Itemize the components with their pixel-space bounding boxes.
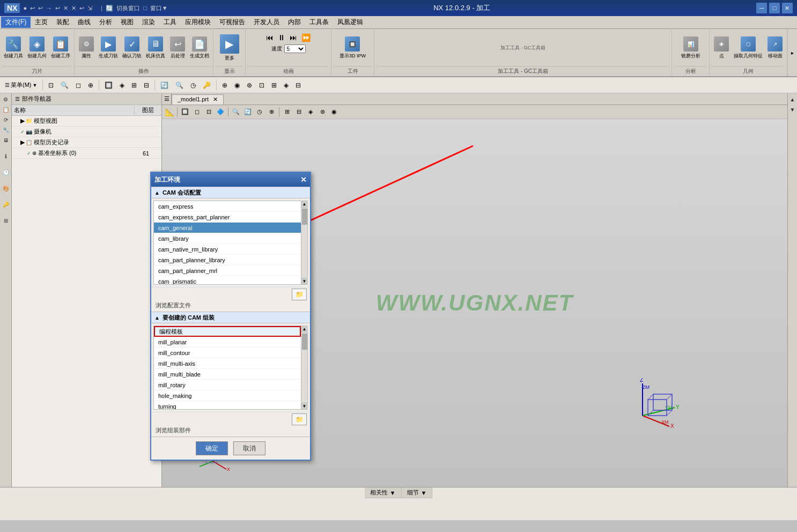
- cam-session-item-part-lib[interactable]: cam_part_planner_library: [154, 255, 301, 265]
- t2-icon3[interactable]: ◻: [73, 79, 84, 91]
- vp-btn-7[interactable]: 🔄: [242, 107, 253, 117]
- cancel-button[interactable]: 取消: [233, 441, 265, 455]
- vp-btn-6[interactable]: 🔍: [231, 107, 241, 117]
- cam-assembly-item-multi-blade[interactable]: mill_multi_blade: [154, 369, 301, 380]
- t2-icon16[interactable]: ⊡: [256, 79, 267, 91]
- viewport-menu-btn[interactable]: ☰: [162, 93, 172, 105]
- vp-btn-3[interactable]: ◻: [191, 107, 202, 117]
- nav-item-datum-cs[interactable]: ✓ ⊕ 基准坐标系 (0) 61: [12, 148, 161, 159]
- sb-icon-nav[interactable]: 📋: [1, 105, 11, 114]
- scroll-up[interactable]: ▲: [301, 201, 308, 208]
- t2-icon7[interactable]: ⊞: [129, 79, 139, 91]
- close-btn[interactable]: ✕: [782, 3, 793, 13]
- sb-icon-color[interactable]: 🎨: [1, 183, 11, 193]
- menu-item-phoenix[interactable]: 凤凰逻辑: [333, 17, 367, 28]
- menu-item-home[interactable]: 主页: [31, 17, 52, 28]
- vp-btn-2[interactable]: 🔲: [180, 107, 190, 117]
- sb-icon-key[interactable]: 🔑: [1, 200, 11, 209]
- create-op-btn[interactable]: 📋 创建工序: [49, 35, 72, 61]
- vp-btn-13[interactable]: ⊛: [317, 107, 328, 117]
- menu-item-tools[interactable]: 工具: [159, 17, 181, 28]
- scroll-up2[interactable]: ▲: [301, 326, 308, 332]
- rt-icon1[interactable]: ▲: [788, 94, 798, 104]
- sb-icon-machine[interactable]: 🖥: [1, 135, 11, 145]
- attr-btn[interactable]: ⚙ 属性: [77, 35, 96, 61]
- nav-menu-icon[interactable]: ☰: [15, 96, 20, 102]
- menu-dropdown-btn[interactable]: ☰ 菜单(M) ▼: [2, 79, 40, 91]
- menu-item-assembly[interactable]: 装配: [52, 17, 73, 28]
- show-3d-ipw-btn[interactable]: 🔲 显示3D IPW: [338, 35, 367, 61]
- gen-doc-btn[interactable]: 📄 生成文档: [188, 35, 211, 61]
- vp-btn-8[interactable]: ◷: [254, 107, 265, 117]
- t2-icon10[interactable]: 🔍: [173, 79, 186, 91]
- nav-item-model-view[interactable]: ▶ 📁 模型视图: [12, 116, 161, 127]
- vp-btn-10[interactable]: ⊞: [282, 107, 292, 117]
- create-geo-btn[interactable]: ◈ 创建几何: [26, 35, 48, 61]
- sb-icon-info[interactable]: ℹ: [1, 151, 11, 161]
- t2-icon13[interactable]: ⊕: [219, 79, 230, 91]
- speed-select[interactable]: 5 1 2 3 10: [284, 45, 306, 53]
- cam-session-item-library[interactable]: cam_library: [154, 233, 301, 244]
- menu-item-view[interactable]: 视图: [116, 17, 138, 28]
- cam-session-scrollbar[interactable]: ▲ ▼: [301, 201, 307, 284]
- sb-icon-settings[interactable]: ⚙: [1, 94, 11, 104]
- scroll-down2[interactable]: ▼: [301, 403, 308, 409]
- t2-icon9[interactable]: 🔄: [158, 79, 171, 91]
- menu-item-visreport[interactable]: 可视报告: [215, 17, 249, 28]
- t2-icon19[interactable]: ⊟: [293, 79, 304, 91]
- anim-prev-btn[interactable]: ⏸: [276, 32, 287, 43]
- cam-assembly-scrollbar[interactable]: ▲ ▼: [301, 326, 307, 409]
- menu-item-toolbar[interactable]: 工具条: [305, 17, 333, 28]
- mill-analysis-btn[interactable]: 📊 铣磨分析: [680, 35, 702, 61]
- point-btn[interactable]: ✚ 点: [712, 35, 731, 61]
- postprocess-btn[interactable]: ↩ 后处理: [168, 35, 187, 61]
- vp-btn-9[interactable]: ⊕: [266, 107, 277, 117]
- cam-assembly-item-contour[interactable]: mill_contour: [154, 348, 301, 358]
- gen-toolpath-btn[interactable]: ▶ 生成刀轨: [97, 35, 120, 61]
- nav-item-camera[interactable]: ✓ 📷 摄像机: [12, 127, 161, 137]
- cam-assembly-item-planar[interactable]: mill_planar: [154, 337, 301, 348]
- vp-btn-12[interactable]: ◈: [305, 107, 316, 117]
- cam-assembly-item-hole[interactable]: hole_making: [154, 390, 301, 401]
- ribbon-expand-btn[interactable]: ▸: [787, 29, 797, 76]
- t2-icon17[interactable]: ⊞: [269, 79, 279, 91]
- cam-session-item-prismatic[interactable]: cam_prismatic: [154, 276, 301, 284]
- menu-item-dev[interactable]: 开发人员: [249, 17, 284, 28]
- nav-item-model-history[interactable]: ▶ 📋 模型历史记录: [12, 137, 161, 148]
- scroll-down[interactable]: ▼: [301, 278, 308, 284]
- t2-icon8[interactable]: ⊟: [141, 79, 152, 91]
- maximize-btn[interactable]: □: [769, 3, 780, 13]
- anim-play-btn[interactable]: ⏭: [288, 32, 299, 43]
- vp-btn-14[interactable]: ◉: [329, 107, 340, 117]
- cam-assembly-item-turning[interactable]: turning: [154, 401, 301, 409]
- menu-item-internal[interactable]: 内部: [284, 17, 305, 28]
- dialog-close-btn[interactable]: ✕: [300, 175, 307, 184]
- bottom-tab-details[interactable]: 细节 ▼: [402, 487, 433, 498]
- create-tool-btn[interactable]: 🔧 创建刀具: [2, 35, 25, 61]
- ok-button[interactable]: 确定: [196, 441, 228, 455]
- viewport-tab-model1[interactable]: _model1.prt ✕: [172, 94, 224, 105]
- t2-icon4[interactable]: ⊕: [85, 79, 96, 91]
- verify-toolpath-btn[interactable]: ✓ 确认刀轨: [121, 35, 143, 61]
- t2-icon18[interactable]: ◈: [281, 79, 291, 91]
- anim-start-btn[interactable]: ⏮: [264, 32, 275, 43]
- cam-assembly-item-template[interactable]: 编程模板: [154, 326, 301, 337]
- cam-session-item-express[interactable]: cam_express: [154, 201, 301, 212]
- menu-item-render[interactable]: 渲染: [138, 17, 159, 28]
- menu-item-file[interactable]: 文件(F): [1, 17, 31, 28]
- vp-btn-1[interactable]: 📐: [164, 107, 175, 117]
- t2-icon15[interactable]: ⊛: [244, 79, 255, 91]
- rt-icon2[interactable]: ▼: [788, 105, 798, 114]
- menu-item-analysis[interactable]: 分析: [95, 17, 116, 28]
- t2-icon2[interactable]: 🔍: [58, 79, 71, 91]
- cam-session-item-native[interactable]: cam_native_rm_library: [154, 244, 301, 255]
- sb-icon-panel[interactable]: ⊞: [1, 216, 11, 225]
- cam-session-item-general[interactable]: cam_general: [154, 223, 301, 233]
- vp-btn-5[interactable]: 🔷: [215, 107, 226, 117]
- window-controls[interactable]: ─ □ ✕: [756, 3, 793, 13]
- cam-session-item-part-mrl[interactable]: cam_part_planner_mrl: [154, 265, 301, 276]
- bottom-tab-related[interactable]: 相关性 ▼: [365, 487, 402, 498]
- sb-icon-ops[interactable]: 🔧: [1, 125, 11, 135]
- cam-session-item-express-part[interactable]: cam_express_part_planner: [154, 212, 301, 223]
- sb-icon-clock[interactable]: 🕐: [1, 167, 11, 177]
